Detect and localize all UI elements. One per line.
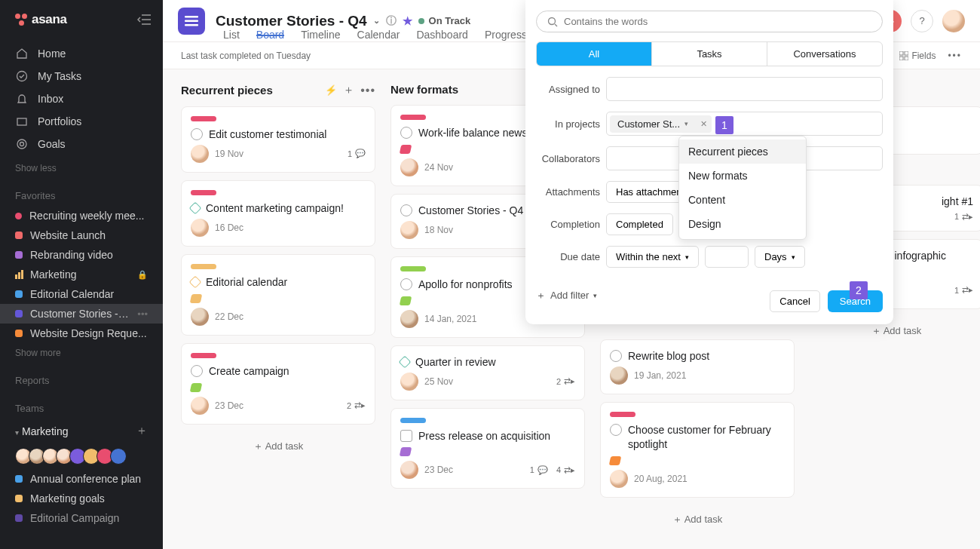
chevron-down-icon[interactable]: ▾ xyxy=(684,120,688,127)
column-more-icon[interactable]: ••• xyxy=(360,84,375,97)
team-proj-conference[interactable]: Annual conference plan xyxy=(0,469,163,489)
show-less-link[interactable]: Show less xyxy=(0,158,163,178)
favorites-label: Favorites xyxy=(0,178,163,206)
tag-icon xyxy=(400,296,412,305)
card[interactable]: Press release on acquisition23 Dec1💬 4⇄▸ xyxy=(390,408,585,489)
team-proj-goals[interactable]: Marketing goals xyxy=(0,489,163,508)
avatar xyxy=(191,397,209,415)
fav-rebranding[interactable]: Rebranding video xyxy=(0,245,163,265)
team-marketing[interactable]: ▾Marketing＋ xyxy=(0,419,163,443)
btn-completed[interactable]: Completed xyxy=(606,213,673,235)
add-card-icon[interactable]: ＋ xyxy=(343,83,354,97)
milestone-icon[interactable] xyxy=(399,355,412,368)
card[interactable]: Create campaign23 Dec2⇄▸ xyxy=(181,343,375,425)
fav-website-design[interactable]: Website Design Reque... xyxy=(0,324,163,343)
chevron-down-icon[interactable]: ⌄ xyxy=(373,16,380,26)
info-icon[interactable]: ⓘ xyxy=(386,14,397,28)
more-icon[interactable]: ••• xyxy=(137,308,148,320)
nav-portfolios[interactable]: Portfolios xyxy=(0,110,163,133)
svg-point-0 xyxy=(17,72,27,81)
check-icon[interactable] xyxy=(400,278,412,290)
svg-rect-10 xyxy=(899,51,903,55)
milestone-icon[interactable] xyxy=(189,201,202,214)
btn-days[interactable]: Days▾ xyxy=(755,246,805,268)
tab-calendar[interactable]: Calendar xyxy=(357,29,400,35)
project-token[interactable]: Customer St...▾ ✕ xyxy=(610,115,712,133)
fav-recruiting[interactable]: Recruiting weekly mee... xyxy=(0,206,163,225)
remove-token-icon[interactable]: ✕ xyxy=(700,119,707,129)
nav-goals[interactable]: Goals xyxy=(0,133,163,155)
search-input-wrap[interactable] xyxy=(536,11,883,32)
card[interactable]: Quarter in review25 Nov2⇄▸ xyxy=(390,345,585,400)
tag-icon xyxy=(400,145,412,154)
add-task-button[interactable]: ＋ Add task xyxy=(600,505,795,534)
add-filter-button[interactable]: ＋Add filter▾ xyxy=(536,289,597,302)
bell-icon xyxy=(15,92,29,106)
check-icon[interactable] xyxy=(400,127,412,139)
column-title[interactable]: New formats xyxy=(390,83,458,96)
opt-content[interactable]: Content xyxy=(679,188,806,212)
seg-tasks[interactable]: Tasks xyxy=(652,42,767,66)
status-pill[interactable]: On Track xyxy=(418,15,471,26)
card[interactable]: Choose customer for February spotlight20… xyxy=(600,402,795,498)
tab-timeline[interactable]: Timeline xyxy=(301,29,340,35)
opt-recurrent[interactable]: Recurrent pieces xyxy=(679,140,806,164)
reports-label: Reports xyxy=(0,363,163,391)
input-projects[interactable]: Customer St...▾ ✕ xyxy=(606,112,883,136)
comment-icon: 💬 xyxy=(537,465,548,475)
opt-design[interactable]: Design xyxy=(679,212,806,236)
seg-all[interactable]: All xyxy=(537,42,652,66)
check-icon[interactable] xyxy=(400,430,412,442)
card[interactable]: Editorial calendar22 Dec xyxy=(181,254,375,336)
fields-button[interactable]: Fields xyxy=(899,51,936,61)
logo[interactable]: asana xyxy=(15,12,67,27)
nav-inbox[interactable]: Inbox xyxy=(0,87,163,110)
milestone-icon[interactable] xyxy=(189,275,202,288)
svg-rect-7 xyxy=(185,16,198,18)
show-more-link[interactable]: Show more xyxy=(0,343,163,363)
input-assigned[interactable] xyxy=(606,77,883,101)
fav-website-launch[interactable]: Website Launch xyxy=(0,225,163,245)
svg-rect-6 xyxy=(21,270,23,279)
check-icon[interactable] xyxy=(191,365,203,377)
nav-mytasks[interactable]: My Tasks xyxy=(0,65,163,87)
fav-customer-stories[interactable]: Customer Stories - Q4••• xyxy=(0,304,163,324)
search-input[interactable] xyxy=(564,16,871,27)
check-icon[interactable] xyxy=(610,424,622,436)
add-task-button[interactable]: ＋ Add task xyxy=(181,432,375,461)
fav-editorial[interactable]: Editorial Calendar xyxy=(0,284,163,304)
label-duedate: Due date xyxy=(536,251,600,262)
card[interactable]: Edit customer testimonial19 Nov1💬 xyxy=(181,106,375,173)
logo-text: asana xyxy=(32,12,67,27)
more-options-icon[interactable]: ••• xyxy=(948,51,962,61)
input-duedate-num[interactable] xyxy=(705,246,749,268)
help-button[interactable]: ? xyxy=(911,10,933,32)
check-icon[interactable] xyxy=(191,128,203,140)
svg-rect-11 xyxy=(905,51,908,55)
team-proj-editorial[interactable]: Editorial Campaign xyxy=(0,508,163,528)
team-avatars xyxy=(0,443,163,469)
opt-new-formats[interactable]: New formats xyxy=(679,164,806,188)
tab-progress[interactable]: Progress xyxy=(485,29,527,35)
card[interactable]: Content marketing campaign!16 Dec xyxy=(181,180,375,247)
tab-board[interactable]: Board xyxy=(256,29,284,36)
card[interactable]: Rewrite blog post19 Jan, 2021 xyxy=(600,339,795,394)
check-icon[interactable] xyxy=(610,350,622,362)
avatar[interactable] xyxy=(110,448,127,465)
tab-dashboard[interactable]: Dashboard xyxy=(416,29,468,35)
sidebar-collapse-icon[interactable] xyxy=(137,14,151,25)
btn-within[interactable]: Within the next▾ xyxy=(606,246,699,268)
check-icon[interactable] xyxy=(400,204,412,216)
cancel-button[interactable]: Cancel xyxy=(770,290,819,312)
fav-marketing[interactable]: Marketing🔒 xyxy=(0,265,163,284)
column-title[interactable]: Recurrent pieces xyxy=(181,84,273,97)
nav-home[interactable]: Home xyxy=(0,42,163,65)
tab-list[interactable]: List xyxy=(223,29,240,35)
project-icon[interactable] xyxy=(178,8,205,35)
seg-conversations[interactable]: Conversations xyxy=(767,42,882,66)
user-avatar[interactable] xyxy=(942,10,965,32)
star-icon[interactable]: ★ xyxy=(403,14,412,28)
label-projects: In projects xyxy=(536,118,600,130)
add-team-icon[interactable]: ＋ xyxy=(136,423,148,439)
bolt-icon[interactable]: ⚡ xyxy=(325,84,337,96)
